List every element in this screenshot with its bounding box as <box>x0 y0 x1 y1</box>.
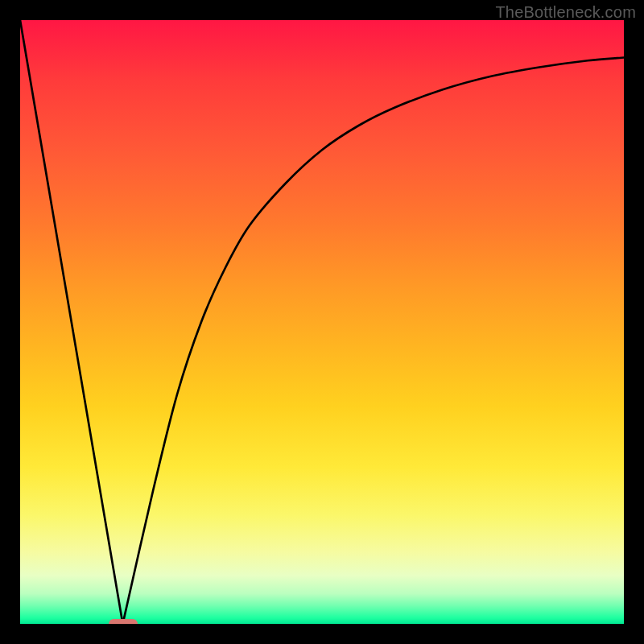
chart-frame: TheBottleneck.com <box>0 0 644 644</box>
watermark-text: TheBottleneck.com <box>495 3 636 22</box>
bottleneck-curve-left <box>20 20 123 624</box>
minimum-marker <box>109 619 138 624</box>
curve-layer <box>20 20 624 624</box>
bottleneck-curve-right <box>123 58 625 625</box>
plot-area <box>20 20 624 624</box>
